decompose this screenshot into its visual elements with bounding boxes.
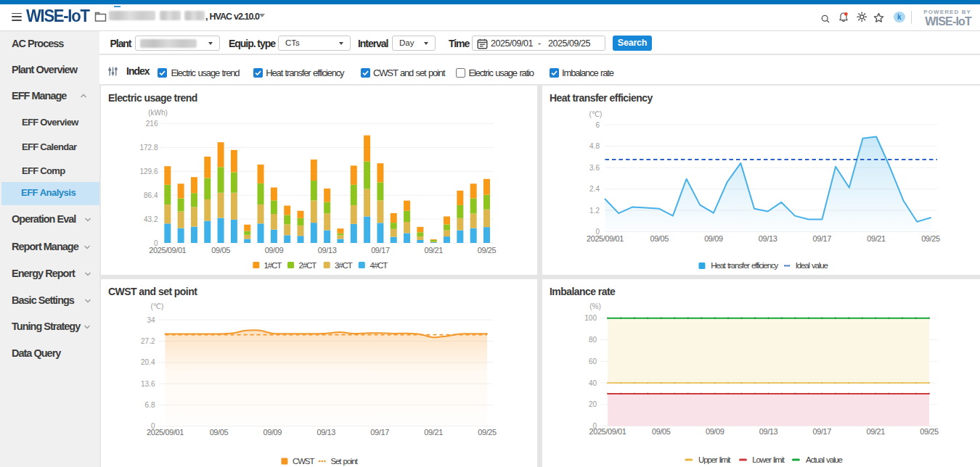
svg-text:09/09: 09/09 xyxy=(264,428,282,437)
svg-text:CWST: CWST xyxy=(293,457,314,466)
svg-text:(kWh): (kWh) xyxy=(148,109,168,117)
svg-text:09/21: 09/21 xyxy=(424,246,443,255)
svg-text:09/05: 09/05 xyxy=(211,246,230,255)
svg-text:2025/09/01: 2025/09/01 xyxy=(589,427,626,436)
svg-text:216: 216 xyxy=(146,120,158,128)
svg-text:3#CT: 3#CT xyxy=(335,261,353,270)
svg-text:09/05: 09/05 xyxy=(210,428,229,437)
svg-text:129.6: 129.6 xyxy=(139,168,158,175)
svg-text:2.4: 2.4 xyxy=(589,185,600,193)
svg-text:09/25: 09/25 xyxy=(921,234,940,243)
svg-text:09/21: 09/21 xyxy=(867,234,886,243)
svg-text:09/17: 09/17 xyxy=(813,234,832,243)
svg-text:Lower limit: Lower limit xyxy=(752,455,785,464)
svg-text:4.8: 4.8 xyxy=(589,142,600,150)
svg-text:(℃): (℃) xyxy=(150,302,163,310)
svg-text:1#CT: 1#CT xyxy=(264,261,282,270)
svg-text:09/17: 09/17 xyxy=(813,427,832,436)
svg-text:09/21: 09/21 xyxy=(866,427,885,436)
svg-text:09/17: 09/17 xyxy=(370,428,389,437)
svg-text:09/13: 09/13 xyxy=(759,427,778,436)
svg-text:2025/09/01: 2025/09/01 xyxy=(149,246,186,255)
svg-text:13.6: 13.6 xyxy=(141,380,155,388)
svg-text:6: 6 xyxy=(595,121,600,129)
svg-text:09/17: 09/17 xyxy=(371,246,390,255)
svg-text:34: 34 xyxy=(147,316,155,324)
svg-text:09/21: 09/21 xyxy=(424,428,443,437)
svg-text:09/13: 09/13 xyxy=(759,234,777,243)
svg-text:43.2: 43.2 xyxy=(144,215,158,223)
svg-text:Upper limit: Upper limit xyxy=(698,455,731,464)
svg-text:27.2: 27.2 xyxy=(141,337,155,345)
svg-text:09/09: 09/09 xyxy=(265,246,284,255)
svg-text:Ideal value: Ideal value xyxy=(796,261,828,270)
svg-text:2025/09/01: 2025/09/01 xyxy=(147,428,184,437)
svg-text:40: 40 xyxy=(589,379,597,387)
svg-text:20.4: 20.4 xyxy=(141,358,155,366)
svg-text:2#CT: 2#CT xyxy=(299,261,317,270)
svg-text:4#CT: 4#CT xyxy=(370,261,388,270)
svg-text:09/05: 09/05 xyxy=(652,427,671,436)
svg-text:80: 80 xyxy=(589,336,597,344)
svg-text:2025/09/01: 2025/09/01 xyxy=(587,234,624,243)
svg-text:172.8: 172.8 xyxy=(139,144,158,152)
svg-text:6.8: 6.8 xyxy=(145,401,155,409)
svg-text:Set point: Set point xyxy=(331,457,359,466)
svg-text:09/25: 09/25 xyxy=(478,246,497,255)
svg-text:09/13: 09/13 xyxy=(317,428,335,437)
svg-text:3.6: 3.6 xyxy=(589,164,600,172)
svg-text:09/05: 09/05 xyxy=(650,234,669,243)
svg-text:09/25: 09/25 xyxy=(920,427,939,436)
svg-text:1.2: 1.2 xyxy=(589,207,600,215)
svg-text:20: 20 xyxy=(589,400,597,408)
svg-text:09/09: 09/09 xyxy=(706,427,724,436)
svg-text:09/09: 09/09 xyxy=(704,234,723,243)
svg-text:100: 100 xyxy=(584,314,597,322)
svg-text:09/25: 09/25 xyxy=(478,428,497,437)
svg-text:Actual value: Actual value xyxy=(806,455,843,464)
svg-text:60: 60 xyxy=(589,358,597,365)
svg-text:86.4: 86.4 xyxy=(144,191,158,199)
svg-text:(%): (%) xyxy=(589,302,601,310)
svg-text:09/13: 09/13 xyxy=(318,246,337,255)
svg-text:(℃): (℃) xyxy=(589,110,603,118)
svg-text:Heat transfer efficiency: Heat transfer efficiency xyxy=(711,261,778,270)
